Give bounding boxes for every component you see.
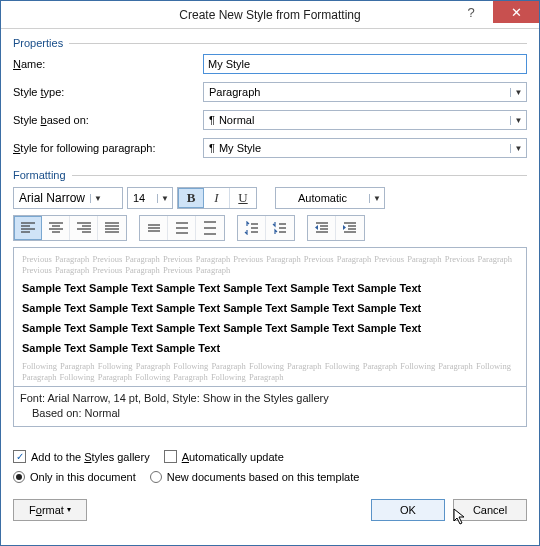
radio-icon [150, 471, 162, 483]
space-before-button[interactable] [238, 216, 266, 240]
following-value: My Style [219, 142, 261, 154]
help-button[interactable]: ? [449, 1, 493, 23]
style-type-select[interactable]: Paragraph ▼ [203, 82, 527, 102]
ok-button[interactable]: OK [371, 499, 445, 521]
dialog-content: Properties Name: Style type: Paragraph ▼… [1, 29, 539, 545]
align-left-button[interactable] [14, 216, 42, 240]
add-to-gallery-label: Add to the Styles gallery [31, 451, 150, 463]
name-input[interactable] [203, 54, 527, 74]
preview-sample-line: Sample Text Sample Text Sample Text Samp… [22, 321, 518, 337]
help-icon: ? [467, 5, 474, 20]
dialog-footer: Format ▾ OK Cancel [13, 499, 527, 521]
formatting-group: Formatting Arial Narrow ▼ 14 ▼ B I U Aut [13, 169, 527, 427]
new-docs-radio[interactable]: New documents based on this template [150, 471, 360, 483]
font-color-value: Automatic [276, 192, 369, 204]
font-row: Arial Narrow ▼ 14 ▼ B I U Automatic ▼ [13, 187, 527, 209]
line-spacing-group [139, 215, 225, 241]
paragraph-toolbar [13, 215, 527, 241]
name-row: Name: [13, 51, 527, 77]
font-name-select[interactable]: Arial Narrow ▼ [13, 187, 123, 209]
radio-icon [13, 471, 25, 483]
indent-group [307, 215, 365, 241]
chevron-down-icon: ▼ [369, 194, 384, 203]
preview-sample-line: Sample Text Sample Text Sample Text Samp… [22, 301, 518, 317]
indent-button[interactable] [336, 216, 364, 240]
window-controls: ? ✕ [449, 1, 539, 23]
svg-marker-40 [343, 225, 346, 230]
format-button[interactable]: Format ▾ [13, 499, 87, 521]
bold-button[interactable]: B [178, 188, 204, 208]
chevron-down-icon: ▼ [157, 194, 172, 203]
svg-marker-35 [315, 225, 318, 230]
font-size-value: 14 [128, 192, 157, 204]
only-this-doc-radio[interactable]: Only in this document [13, 471, 136, 483]
based-on-label: Style based on: [13, 114, 203, 126]
following-label: Style for following paragraph: [13, 142, 203, 154]
properties-group: Properties Name: Style type: Paragraph ▼… [13, 37, 527, 163]
close-icon: ✕ [511, 5, 522, 20]
style-type-value: Paragraph [209, 86, 260, 98]
font-style-group: B I U [177, 187, 257, 209]
spacing-tight-button[interactable] [140, 216, 168, 240]
preview-sample-line: Sample Text Sample Text Sample Text [22, 341, 518, 357]
pilcrow-icon: ¶ [209, 142, 215, 154]
dialog-title: Create New Style from Formatting [179, 8, 360, 22]
chevron-down-icon: ▼ [510, 88, 526, 97]
only-this-doc-label: Only in this document [30, 471, 136, 483]
preview-previous-text: Previous Paragraph Previous Paragraph Pr… [22, 254, 518, 277]
style-type-label: Style type: [13, 86, 203, 98]
new-docs-label: New documents based on this template [167, 471, 360, 483]
options-section: ✓ Add to the Styles gallery Automaticall… [13, 447, 527, 487]
para-spacing-group [237, 215, 295, 241]
preview-following-text: Following Paragraph Following Paragraph … [22, 361, 518, 384]
chevron-down-icon: ▼ [510, 116, 526, 125]
outdent-button[interactable] [308, 216, 336, 240]
following-select[interactable]: ¶My Style ▼ [203, 138, 527, 158]
based-on-select[interactable]: ¶Normal ▼ [203, 110, 527, 130]
spacing-normal-button[interactable] [168, 216, 196, 240]
desc-line1: Font: Arial Narrow, 14 pt, Bold, Style: … [20, 391, 520, 406]
pilcrow-icon: ¶ [209, 114, 215, 126]
checkbox-icon [164, 450, 177, 463]
name-label: Name: [13, 58, 203, 70]
preview-sample-line: Sample Text Sample Text Sample Text Samp… [22, 281, 518, 297]
chevron-down-icon: ▼ [90, 194, 105, 203]
properties-legend: Properties [13, 37, 69, 49]
font-name-value: Arial Narrow [14, 191, 90, 205]
dialog-window: Create New Style from Formatting ? ✕ Pro… [0, 0, 540, 546]
spacing-loose-button[interactable] [196, 216, 224, 240]
style-type-row: Style type: Paragraph ▼ [13, 79, 527, 105]
align-center-button[interactable] [42, 216, 70, 240]
caret-down-icon: ▾ [67, 505, 71, 514]
italic-button[interactable]: I [204, 188, 230, 208]
chevron-down-icon: ▼ [510, 144, 526, 153]
cancel-button[interactable]: Cancel [453, 499, 527, 521]
align-justify-button[interactable] [98, 216, 126, 240]
auto-update-label: Automatically update [182, 451, 284, 463]
preview-pane: Previous Paragraph Previous Paragraph Pr… [13, 247, 527, 387]
title-bar: Create New Style from Formatting ? ✕ [1, 1, 539, 29]
desc-line2: Based on: Normal [20, 406, 520, 421]
close-button[interactable]: ✕ [493, 1, 539, 23]
font-color-select[interactable]: Automatic ▼ [275, 187, 385, 209]
based-on-row: Style based on: ¶Normal ▼ [13, 107, 527, 133]
add-to-gallery-checkbox[interactable]: ✓ Add to the Styles gallery [13, 450, 150, 463]
font-size-select[interactable]: 14 ▼ [127, 187, 173, 209]
style-description: Font: Arial Narrow, 14 pt, Bold, Style: … [13, 387, 527, 427]
align-right-button[interactable] [70, 216, 98, 240]
auto-update-checkbox[interactable]: Automatically update [164, 450, 284, 463]
underline-button[interactable]: U [230, 188, 256, 208]
align-group [13, 215, 127, 241]
checkmark-icon: ✓ [13, 450, 26, 463]
space-after-button[interactable] [266, 216, 294, 240]
following-row: Style for following paragraph: ¶My Style… [13, 135, 527, 161]
based-on-value: Normal [219, 114, 254, 126]
formatting-legend: Formatting [13, 169, 72, 181]
